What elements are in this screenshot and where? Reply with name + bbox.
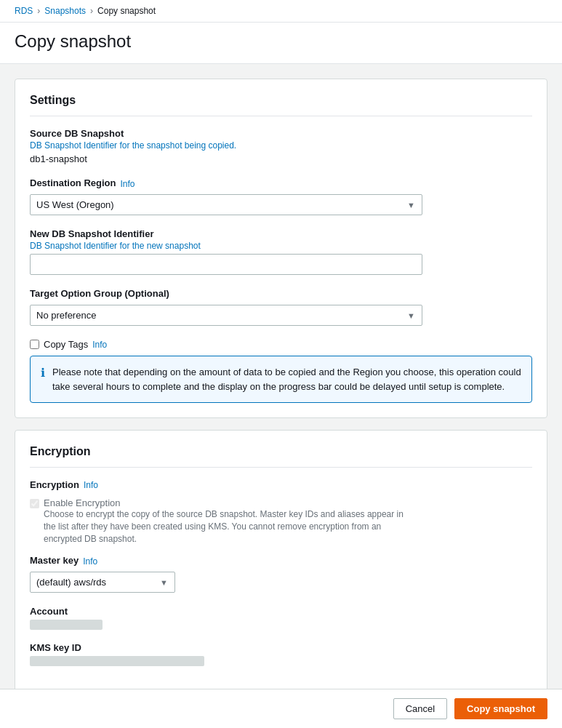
target-option-group-label: Target Option Group (Optional) (30, 288, 169, 299)
encryption-section: Encryption Encryption Info Enable Encryp… (15, 430, 547, 694)
page-title: Copy snapshot (15, 31, 547, 52)
source-db-field: Source DB Snapshot DB Snapshot Identifie… (30, 128, 532, 164)
master-key-field: Master key Info (default) aws/rds ▼ (30, 555, 532, 593)
master-key-select-wrapper: (default) aws/rds ▼ (30, 572, 175, 593)
copy-tags-checkbox[interactable] (30, 340, 39, 349)
new-db-snapshot-label: New DB Snapshot Identifier (30, 228, 532, 239)
source-db-label: Source DB Snapshot (30, 128, 532, 139)
breadcrumb-sep-1: › (37, 6, 40, 16)
destination-region-field: Destination Region Info US West (Oregon)… (30, 177, 532, 215)
source-db-desc: DB Snapshot Identifier for the snapshot … (30, 140, 532, 151)
settings-section: Settings Source DB Snapshot DB Snapshot … (15, 79, 547, 418)
new-db-snapshot-input[interactable] (30, 254, 422, 275)
info-notice-box: ℹ Please note that depending on the amou… (30, 356, 532, 403)
footer-bar: Cancel Copy snapshot (0, 689, 562, 728)
page-header: Copy snapshot (0, 23, 562, 64)
encryption-info[interactable]: Info (84, 480, 98, 490)
info-notice-text: Please note that depending on the amount… (52, 365, 521, 393)
account-field: Account (30, 606, 532, 632)
encryption-label-row: Encryption Info (30, 479, 532, 490)
target-option-group-select-wrapper: No preference ▼ (30, 305, 422, 326)
enable-encryption-label: Enable Encryption (44, 497, 407, 508)
kms-key-value (30, 656, 204, 666)
enable-encryption-checkbox[interactable] (30, 499, 39, 508)
account-label: Account (30, 606, 532, 617)
enable-encryption-text: Enable Encryption Choose to encrypt the … (44, 497, 407, 545)
breadcrumb-sep-2: › (90, 6, 93, 16)
source-db-value: db1-snapshot (30, 153, 532, 164)
account-value (30, 620, 103, 630)
breadcrumb-rds[interactable]: RDS (15, 6, 33, 16)
destination-region-label: Destination Region (30, 177, 116, 188)
enable-encryption-desc: Choose to encrypt the copy of the source… (44, 508, 407, 545)
copy-snapshot-button[interactable]: Copy snapshot (454, 698, 547, 719)
copy-tags-info[interactable]: Info (92, 340, 107, 350)
main-content: Settings Source DB Snapshot DB Snapshot … (0, 64, 562, 708)
destination-region-info[interactable]: Info (120, 179, 135, 189)
breadcrumb: RDS › Snapshots › Copy snapshot (0, 0, 562, 23)
destination-region-select[interactable]: US West (Oregon) US East (N. Virginia) E… (30, 194, 422, 215)
encryption-title: Encryption (30, 445, 532, 468)
cancel-button[interactable]: Cancel (393, 698, 447, 719)
master-key-info[interactable]: Info (83, 556, 97, 567)
settings-title: Settings (30, 94, 532, 116)
kms-key-label: KMS key ID (30, 642, 532, 653)
master-key-select[interactable]: (default) aws/rds (30, 572, 175, 593)
copy-tags-label[interactable]: Copy Tags (44, 339, 88, 350)
target-option-group-field: Target Option Group (Optional) No prefer… (30, 288, 532, 326)
breadcrumb-current: Copy snapshot (97, 6, 156, 16)
target-option-group-select[interactable]: No preference (30, 305, 422, 326)
enable-encryption-row: Enable Encryption Choose to encrypt the … (30, 497, 532, 545)
new-db-snapshot-desc: DB Snapshot Identifier for the new snaps… (30, 241, 532, 251)
info-circle-icon: ℹ (41, 366, 45, 393)
kms-key-field: KMS key ID (30, 642, 532, 668)
destination-region-select-wrapper: US West (Oregon) US East (N. Virginia) E… (30, 194, 422, 215)
breadcrumb-snapshots[interactable]: Snapshots (44, 6, 86, 16)
encryption-label: Encryption (30, 479, 79, 490)
master-key-label: Master key (30, 555, 79, 566)
copy-tags-row: Copy Tags Info (30, 339, 532, 350)
new-db-snapshot-field: New DB Snapshot Identifier DB Snapshot I… (30, 228, 532, 275)
